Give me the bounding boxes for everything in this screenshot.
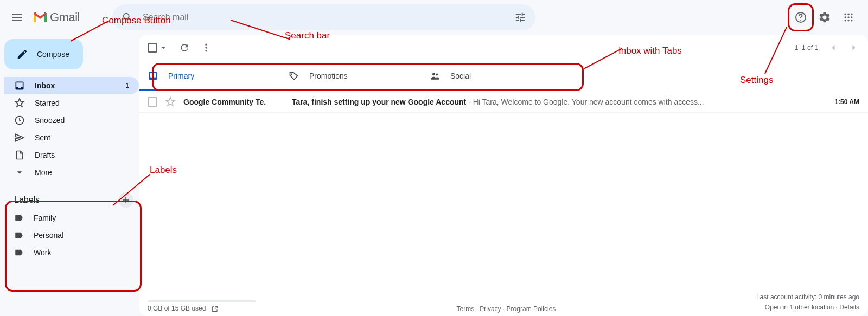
policies-link[interactable]: Program Policies [507,305,556,313]
label-personal[interactable]: Personal [4,227,139,244]
chevron-right-icon [848,42,859,53]
apps-button[interactable] [838,7,859,28]
open-icon[interactable] [211,305,219,313]
tab-promotions[interactable]: Promotions [280,61,421,91]
storage-text: 0 GB of 15 GB used [148,305,206,312]
nav-more[interactable]: More [4,164,139,181]
email-subject: Tara, finish setting up your new Google … [292,98,466,106]
nav-starred[interactable]: Starred [4,94,139,112]
star-icon [14,98,25,108]
add-label-button[interactable] [118,192,133,208]
main-menu-button[interactable] [4,4,30,30]
toolbar: 1–1 of 1 [139,35,868,61]
activity-text: Last account activity: 0 minutes ago [756,292,859,302]
chevron-left-icon [828,42,839,53]
nav-label: Sent [35,133,50,142]
tag-icon [289,70,299,81]
prev-page-button[interactable] [828,42,839,53]
header-actions [790,7,864,28]
page-info: 1–1 of 1 [795,44,818,51]
select-all[interactable] [148,43,168,53]
svg-point-5 [845,16,846,18]
email-preview-sep: - [466,98,473,106]
email-sender: Google Community Te. [183,98,292,106]
send-icon [14,132,25,143]
email-row[interactable]: Google Community Te. Tara, finish settin… [139,91,868,113]
plus-icon [121,195,131,205]
dropdown-icon[interactable] [158,43,168,53]
storage-info: 0 GB of 15 GB used [148,300,256,313]
svg-point-6 [847,16,849,18]
nav-label: Inbox [35,81,55,90]
terms-link[interactable]: Terms [457,305,475,313]
labels-header: Labels [4,191,139,209]
inbox-count: 1 [125,82,132,89]
select-all-checkbox[interactable] [148,43,157,53]
chevron-down-icon [14,167,25,178]
apps-icon [843,12,854,23]
labels-title: Labels [14,195,40,205]
svg-point-10 [851,20,852,21]
inbox-tabs: Primary Promotions Social [139,61,868,91]
gmail-logo[interactable]: Gmail [33,10,80,24]
storage-bar [148,300,256,302]
settings-button[interactable] [814,7,835,28]
nav-label: Drafts [35,151,55,159]
svg-point-2 [845,14,846,15]
next-page-button[interactable] [848,42,859,53]
compose-label: Compose [37,50,69,59]
footer-links: Terms · Privacy · Program Policies [457,305,556,313]
star-button[interactable] [165,96,176,107]
pencil-icon [16,48,28,60]
svg-point-14 [205,50,207,51]
footer: 0 GB of 15 GB used Terms · Privacy · Pro… [139,287,868,316]
svg-point-15 [291,73,293,75]
search-input[interactable] [138,12,509,22]
gmail-logo-icon [33,11,48,23]
search-options-button[interactable] [509,7,531,28]
menu-icon [11,11,24,24]
file-icon [14,150,25,160]
tune-icon [514,11,526,23]
support-button[interactable] [790,7,812,28]
main-panel: 1–1 of 1 Primary Promotions Social [139,35,868,316]
svg-point-8 [845,20,846,21]
label-icon [14,230,24,240]
label-work[interactable]: Work [4,244,139,261]
svg-point-7 [851,16,852,18]
compose-button[interactable]: Compose [4,39,83,69]
label-name: Personal [34,231,63,240]
nav-label: Starred [35,99,60,107]
privacy-link[interactable]: Privacy [480,305,501,313]
nav-snoozed[interactable]: Snoozed [4,112,139,129]
label-icon [14,248,24,257]
refresh-button[interactable] [179,42,190,53]
search-icon [122,11,133,23]
tab-label: Primary [168,72,194,80]
nav-label: More [35,168,52,177]
details-link[interactable]: Details [839,304,859,311]
star-outline-icon [165,96,176,107]
label-family[interactable]: Family [4,209,139,227]
svg-point-13 [205,47,207,48]
more-button[interactable] [201,42,212,53]
nav-inbox[interactable]: Inbox 1 [4,77,139,94]
tab-social[interactable]: Social [421,61,562,91]
label-name: Work [34,248,51,257]
nav-sent[interactable]: Sent [4,129,139,146]
label-name: Family [34,214,56,222]
email-content: Tara, finish setting up your new Google … [292,98,824,106]
email-checkbox[interactable] [148,97,157,107]
people-icon [430,70,441,81]
nav-label: Snoozed [35,116,65,125]
tab-primary[interactable]: Primary [139,61,280,91]
svg-point-1 [800,20,801,21]
search-bar[interactable] [112,4,535,30]
logo-text: Gmail [50,10,80,24]
label-icon [14,213,24,223]
footer-activity: Last account activity: 0 minutes ago Ope… [756,292,859,313]
nav-drafts[interactable]: Drafts [4,146,139,164]
inbox-icon [148,70,158,81]
search-button[interactable] [117,7,138,28]
clock-icon [14,115,25,126]
